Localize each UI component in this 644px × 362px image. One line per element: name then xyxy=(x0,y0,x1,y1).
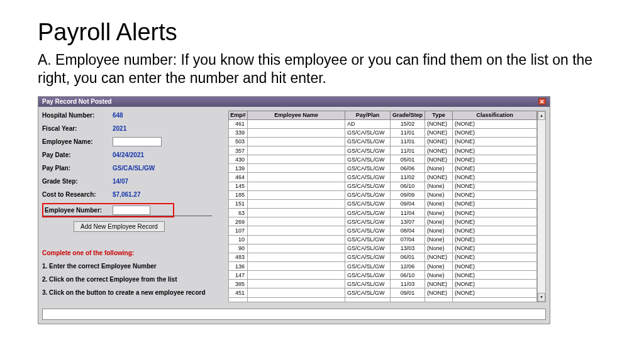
cell-name xyxy=(248,262,345,271)
close-icon[interactable]: ✕ xyxy=(538,98,546,105)
cell-emp: 107 xyxy=(229,226,248,235)
cell-type: (None) xyxy=(425,217,453,226)
table-row[interactable]: 430GS/CA/SL/GW05/01(NONE)(NONE) xyxy=(229,155,537,164)
cell-type: (NONE) xyxy=(425,288,453,297)
employee-grid[interactable]: Emp# Employee Name Pay/Plan Grade/Step T… xyxy=(228,111,537,302)
cell-emp: 139 xyxy=(229,164,248,173)
employee-grid-pane: Emp# Employee Name Pay/Plan Grade/Step T… xyxy=(228,111,546,302)
slide-title: Payroll Alerts xyxy=(38,19,606,46)
hospital-number-label: Hospital Number: xyxy=(42,112,113,119)
cell-name xyxy=(248,190,345,199)
cell-type: (None) xyxy=(425,190,453,199)
cell-class: (NONE) xyxy=(453,182,537,190)
cell-class: (NONE) xyxy=(453,190,537,199)
table-row[interactable]: 136GS/CA/SL/GW12/06(None)(NONE) xyxy=(229,262,537,271)
scroll-track[interactable] xyxy=(538,120,545,293)
cell-plan: GS/CA/SL/GW xyxy=(345,209,391,217)
cell-name xyxy=(248,280,345,288)
cell-gradestep: 06/01 xyxy=(391,253,425,261)
scroll-up-icon[interactable]: ▴ xyxy=(538,111,545,120)
cell-name xyxy=(248,137,345,146)
table-row[interactable]: 339GS/CA/SL/GW11/01(NONE)(NONE) xyxy=(229,128,537,137)
cell-type: (None) xyxy=(425,199,453,208)
pay-date-value: 04/24/2021 xyxy=(113,151,144,158)
table-row[interactable]: 10GS/CA/SL/GW07/04(None)(NONE) xyxy=(229,235,537,244)
employee-name-label: Employee Name: xyxy=(42,138,113,145)
cell-emp: 357 xyxy=(229,146,248,155)
table-row[interactable]: 145GS/CA/SL/GW06/10(None)(NONE) xyxy=(229,182,537,190)
pay-plan-value: GS/CA/SL/GW xyxy=(113,165,155,172)
table-row[interactable]: 147GS/CA/SL/GW06/10(None)(NONE) xyxy=(229,271,537,280)
cell-gradestep: 08/04 xyxy=(391,226,425,235)
hospital-number-value: 648 xyxy=(113,112,123,119)
cell-class: (NONE) xyxy=(453,288,537,297)
cell-emp: 385 xyxy=(229,280,248,288)
table-row[interactable]: 90GS/CA/SL/GW13/03(None)(NONE) xyxy=(229,244,537,253)
cell-emp: 503 xyxy=(229,137,248,146)
cell-name xyxy=(248,271,345,280)
col-plan[interactable]: Pay/Plan xyxy=(345,111,391,119)
table-row[interactable]: 63GS/CA/SL/GW11/04(None)(NONE) xyxy=(229,209,537,217)
table-row[interactable]: 139GS/CA/SL/GW06/06(None)(NONE) xyxy=(229,164,537,173)
table-row[interactable]: 357GS/CA/SL/GW11/01(NONE)(NONE) xyxy=(229,146,537,155)
cell-plan: GS/CA/SL/GW xyxy=(345,288,391,297)
pay-record-window: Pay Record Not Posted ✕ Hospital Number:… xyxy=(38,96,550,324)
cell-plan: GS/CA/SL/GW xyxy=(345,199,391,208)
add-employee-button[interactable]: Add New Employee Record xyxy=(74,221,165,232)
cell-type: (None) xyxy=(425,235,453,244)
grid-scrollbar[interactable]: ▴ ▾ xyxy=(537,111,546,302)
table-row[interactable]: 385GS/CA/SL/GW11/03(NONE)(NONE) xyxy=(229,280,537,288)
cell-gradestep: 06/10 xyxy=(391,182,425,190)
cell-emp: 136 xyxy=(229,262,248,271)
col-class[interactable]: Classification xyxy=(453,111,537,119)
cell-class: (NONE) xyxy=(453,271,537,280)
table-row[interactable]: 185GS/CA/SL/GW09/09(None)(NONE) xyxy=(229,190,537,199)
table-row[interactable]: 483GS/CA/SL/GW06/01(NONE)(NONE) xyxy=(229,253,537,261)
table-row[interactable]: 451GS/CA/SL/GW09/01(NONE)(NONE) xyxy=(229,288,537,297)
cell-name xyxy=(248,182,345,190)
col-gradestep[interactable]: Grade/Step xyxy=(391,111,425,119)
cell-name xyxy=(248,173,345,182)
cell-gradestep: 11/01 xyxy=(391,128,425,137)
employee-number-label: Employee Number: xyxy=(45,207,113,214)
cell-emp: 145 xyxy=(229,182,248,190)
cell-type: (NONE) xyxy=(425,253,453,261)
scroll-down-icon[interactable]: ▾ xyxy=(538,293,545,302)
cell-class: (NONE) xyxy=(453,209,537,217)
window-titlebar[interactable]: Pay Record Not Posted ✕ xyxy=(38,97,550,107)
cell-name xyxy=(248,217,345,226)
cell-plan: GS/CA/SL/GW xyxy=(345,182,391,190)
table-row[interactable]: 269GS/CA/SL/GW13/07(None)(NONE) xyxy=(229,217,537,226)
table-row[interactable]: 503GS/CA/SL/GW11/01(NONE)(NONE) xyxy=(229,137,537,146)
table-row[interactable]: 151GS/CA/SL/GW09/04(None)(NONE) xyxy=(229,199,537,208)
cell-class: (NONE) xyxy=(453,280,537,288)
cell-plan: GS/CA/SL/GW xyxy=(345,173,391,182)
cell-name xyxy=(248,164,345,173)
col-name[interactable]: Employee Name xyxy=(248,111,345,119)
col-emp[interactable]: Emp# xyxy=(229,111,248,119)
cell-plan: GS/CA/SL/GW xyxy=(345,217,391,226)
cell-type: (NONE) xyxy=(425,137,453,146)
cell-plan: GS/CA/SL/GW xyxy=(345,271,391,280)
table-row[interactable]: 461AD15/02(NONE)(NONE) xyxy=(229,119,537,128)
cell-plan: GS/CA/SL/GW xyxy=(345,253,391,261)
window-title: Pay Record Not Posted xyxy=(42,98,112,105)
cell-emp: 451 xyxy=(229,288,248,297)
cell-emp: 339 xyxy=(229,128,248,137)
cell-class: (NONE) xyxy=(453,146,537,155)
cell-gradestep: 11/02 xyxy=(391,173,425,182)
cell-type: (None) xyxy=(425,244,453,253)
employee-name-field[interactable] xyxy=(113,137,162,146)
bottom-text-field[interactable] xyxy=(42,309,546,320)
col-type[interactable]: Type xyxy=(425,111,453,119)
cell-emp: 90 xyxy=(229,244,248,253)
table-row[interactable]: 107GS/CA/SL/GW08/04(None)(NONE) xyxy=(229,226,537,235)
cell-type: (None) xyxy=(425,164,453,173)
cell-plan: GS/CA/SL/GW xyxy=(345,128,391,137)
cost-label: Cost to Research: xyxy=(42,191,113,198)
grade-step-value: 14/07 xyxy=(113,178,128,185)
table-row[interactable]: 464GS/CA/SL/GW11/02(NONE)(NONE) xyxy=(229,173,537,182)
cell-type: (None) xyxy=(425,209,453,217)
employee-number-field[interactable] xyxy=(113,206,150,215)
cell-class: (NONE) xyxy=(453,262,537,271)
